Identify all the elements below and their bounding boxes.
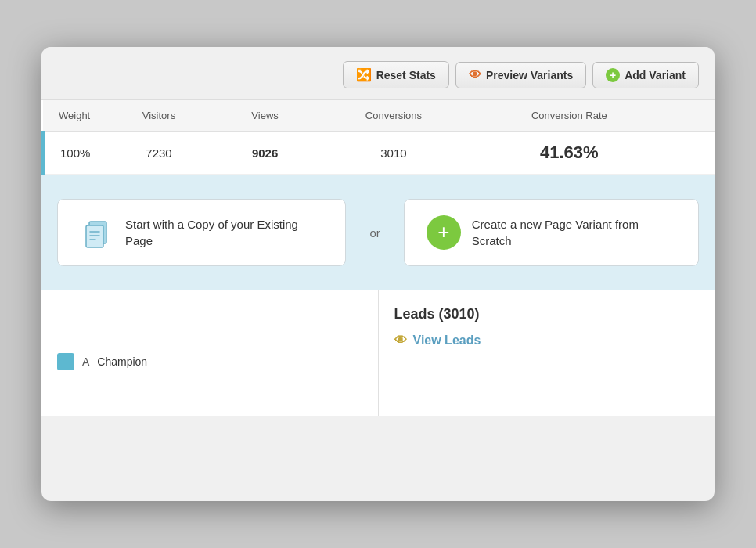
eye-icon: 👁: [469, 68, 481, 82]
plus-circle-icon: +: [427, 215, 461, 250]
leads-panel-title: Leads (3010): [394, 306, 700, 323]
add-variant-section: Start with a Copy of your Existing Page …: [41, 175, 715, 290]
reset-stats-button[interactable]: 🔀 Reset Stats: [343, 61, 449, 88]
main-window: 🔀 Reset Stats 👁 Preview Variants + Add V…: [41, 47, 715, 501]
table-row: 100% 7230 9026 3010 41.63%: [43, 132, 715, 175]
champion-row: A Champion: [57, 353, 362, 370]
champion-name-label: Champion: [97, 355, 147, 368]
cell-conversion-rate: 41.63%: [472, 132, 666, 175]
scratch-option-label: Create a new Page Variant from Scratch: [472, 216, 676, 249]
view-leads-link[interactable]: 👁 View Leads: [394, 333, 700, 348]
svg-rect-1: [86, 225, 103, 247]
copy-existing-option[interactable]: Start with a Copy of your Existing Page: [57, 199, 346, 266]
col-header-conversion-rate: Conversion Rate: [472, 100, 666, 132]
add-variant-button[interactable]: + Add Variant: [592, 62, 699, 88]
preview-variants-label: Preview Variants: [486, 69, 573, 81]
cell-weight: 100%: [43, 132, 103, 175]
cell-actions: [666, 132, 715, 175]
or-separator: or: [362, 226, 387, 240]
copy-option-label: Start with a Copy of your Existing Page: [125, 216, 323, 249]
plus-green-icon: +: [606, 68, 620, 82]
champion-variant-letter: A: [82, 355, 89, 368]
col-header-weight: Weight: [43, 100, 103, 132]
preview-variants-button[interactable]: 👁 Preview Variants: [455, 62, 586, 88]
reset-stats-label: Reset Stats: [376, 69, 436, 81]
col-header-actions: [666, 100, 715, 132]
chart-panel: A Champion: [41, 290, 379, 416]
champion-color-badge: [57, 353, 74, 370]
cell-visitors: 7230: [103, 132, 214, 175]
scratch-option[interactable]: + Create a new Page Variant from Scratch: [404, 199, 699, 266]
col-header-visitors: Visitors: [103, 100, 214, 132]
table-header-row: Weight Visitors Views Conversions Conver…: [43, 100, 715, 132]
stats-table: Weight Visitors Views Conversions Conver…: [41, 100, 715, 175]
col-header-views: Views: [215, 100, 315, 132]
cell-conversions: 3010: [315, 132, 473, 175]
stats-table-wrap: Weight Visitors Views Conversions Conver…: [41, 99, 715, 175]
eye-icon: 👁: [394, 333, 407, 348]
stats-icon: 🔀: [356, 67, 372, 82]
copy-icon: [80, 215, 114, 250]
toolbar: 🔀 Reset Stats 👁 Preview Variants + Add V…: [41, 47, 715, 99]
view-leads-label: View Leads: [413, 333, 481, 348]
leads-panel: Leads (3010) 👁 View Leads: [379, 290, 715, 416]
col-header-conversions: Conversions: [315, 100, 473, 132]
add-variant-label: Add Variant: [625, 69, 686, 81]
bottom-panels: A Champion Leads (3010) 👁 View Leads: [41, 290, 715, 416]
cell-views: 9026: [215, 132, 315, 175]
